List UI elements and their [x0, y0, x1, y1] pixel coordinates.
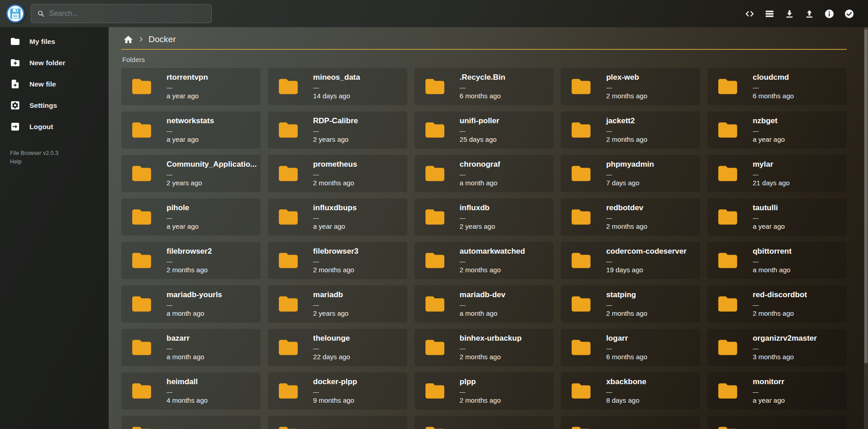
folder-icon — [129, 249, 154, 272]
folder-name: tautulli — [753, 203, 785, 212]
select-multiple-button[interactable] — [841, 5, 857, 22]
folder-card-text: binhex-urbackup—2 months ago — [460, 334, 522, 361]
folder-card[interactable]: plpp—2 months ago — [415, 372, 554, 410]
folder-card-text: .Recycle.Bin—6 months ago — [460, 73, 506, 100]
folder-modified-time: 6 months ago — [606, 353, 647, 361]
folder-card[interactable]: docker-plpp—9 months ago — [268, 372, 407, 410]
download-icon — [784, 9, 795, 19]
home-icon[interactable] — [123, 34, 134, 45]
folder-card-text: xbackbone—8 days ago — [606, 377, 646, 404]
folder-name: phpmyadmin — [606, 160, 654, 169]
folder-card[interactable]: xbackbone—8 days ago — [561, 372, 700, 410]
folder-card[interactable]: networkstats—a year ago — [121, 111, 261, 149]
folder-card-text: phpmyadmin—7 days ago — [606, 160, 654, 187]
folder-card[interactable]: thelounge—22 days ago — [268, 329, 407, 366]
folder-name: prometheus — [313, 160, 357, 169]
folder-card[interactable]: rtorrentvpn—a year ago — [121, 68, 261, 105]
folder-card[interactable]: nzbget—a year ago — [707, 111, 847, 149]
list-view-button[interactable] — [761, 5, 777, 22]
folder-size: — — [606, 302, 647, 308]
folder-card[interactable]: mariadb—2 years ago — [268, 285, 407, 323]
upload-icon — [804, 9, 815, 19]
folder-card-text: mariadb—2 years ago — [313, 290, 348, 317]
new-folder-icon — [10, 58, 20, 68]
folder-card[interactable]: filebrowser3—2 months ago — [268, 242, 407, 279]
folder-card[interactable]: codercom-codeserver—19 days ago — [561, 242, 700, 279]
folder-card[interactable]: filebrowser2—2 months ago — [121, 242, 261, 279]
scrollbar-track[interactable] — [864, 27, 868, 429]
folder-modified-time: a month ago — [167, 310, 222, 318]
folder-card[interactable]: cloudcmd—6 months ago — [707, 68, 847, 105]
folder-card[interactable]: binhex-urbackup—2 months ago — [415, 329, 554, 366]
folder-card[interactable]: organizrv2master—3 months ago — [707, 329, 847, 366]
folder-icon — [423, 162, 447, 185]
folder-size: — — [313, 302, 348, 308]
folder-card-text: nzbget—a year ago — [753, 116, 785, 143]
folder-card[interactable]: redbotdev—2 months ago — [561, 198, 700, 236]
search-bar — [31, 4, 212, 23]
sidebar-item-logout[interactable]: Logout — [0, 116, 109, 137]
info-button[interactable] — [821, 5, 837, 22]
folder-modified-time: 2 months ago — [460, 397, 501, 405]
sidebar-item-new-file[interactable]: New file — [0, 73, 109, 95]
folder-card[interactable]: codimd — [707, 416, 847, 429]
folder-card[interactable]: plex-web—2 months ago — [561, 68, 700, 105]
app-logo[interactable] — [6, 5, 24, 23]
folder-icon — [569, 423, 593, 429]
folder-card[interactable]: RDP-Calibre—2 years ago — [268, 111, 407, 149]
folder-card[interactable]: heimdall—4 months ago — [121, 372, 261, 410]
folder-card-text: automarkwatched—2 months ago — [460, 247, 525, 274]
upload-button[interactable] — [801, 5, 817, 22]
folder-card-text: jackett2—2 months ago — [606, 116, 647, 143]
folder-card[interactable]: pihole—a year ago — [121, 198, 261, 236]
folder-size: — — [753, 389, 785, 395]
folder-card-text: qbittorrent—a month ago — [753, 247, 792, 274]
folder-card[interactable]: code-server — [121, 416, 261, 429]
folder-icon — [423, 423, 447, 429]
download-button[interactable] — [781, 5, 797, 22]
folder-name: influxdb — [460, 203, 495, 212]
sidebar-item-my-files[interactable]: My files — [0, 31, 109, 52]
folder-card[interactable]: influxdbups—a year ago — [268, 198, 407, 236]
folder-card-text: plpp—2 months ago — [460, 377, 501, 404]
folder-card[interactable]: mineos — [561, 416, 700, 429]
folder-name: unifi-poller — [460, 116, 500, 125]
floppy-disk-icon — [8, 6, 23, 21]
sidebar-item-new-folder[interactable]: New folder — [0, 52, 109, 73]
folder-card[interactable]: unifi-poller—25 days ago — [415, 111, 554, 149]
folder-card[interactable]: mylar—21 days ago — [707, 155, 847, 192]
folder-card[interactable]: prometheus—2 months ago — [268, 155, 407, 192]
folder-card[interactable]: phpmyadmin—7 days ago — [561, 155, 700, 192]
folder-size: — — [313, 128, 358, 134]
folder-card[interactable]: tautulli—a year ago — [707, 198, 847, 236]
folder-modified-time: 2 months ago — [606, 310, 647, 318]
help-link[interactable]: Help — [10, 158, 109, 166]
folder-card[interactable]: automarkwatched—2 months ago — [415, 242, 554, 279]
folder-card[interactable]: Community_Applicatio...—2 years ago — [121, 155, 261, 192]
folder-card[interactable]: statping—2 months ago — [561, 285, 700, 323]
folder-icon — [715, 336, 740, 359]
folder-card[interactable]: logarr—6 months ago — [561, 329, 700, 366]
folder-card[interactable]: mariadb-dev—a month ago — [415, 285, 554, 323]
folder-card[interactable]: influxdb—2 years ago — [415, 198, 554, 236]
folder-name: rtorrentvpn — [167, 73, 208, 82]
folder-card[interactable]: bazarr—a month ago — [121, 329, 261, 366]
code-view-button[interactable] — [741, 5, 758, 22]
folder-card[interactable]: jackett2—2 months ago — [561, 111, 700, 149]
folder-card[interactable]: monitorr—a year ago — [707, 372, 847, 410]
search-input[interactable] — [49, 10, 206, 18]
folder-card[interactable]: chronograf—a month ago — [415, 155, 554, 192]
folder-card[interactable]: mineos_data—14 days ago — [268, 68, 407, 105]
folder-card[interactable]: red-discordbot—2 months ago — [707, 285, 847, 323]
folder-card[interactable]: organizr — [268, 416, 407, 429]
folder-icon — [129, 423, 154, 429]
folder-modified-time: a year ago — [167, 92, 208, 100]
folder-card[interactable]: mariadb-yourls—a month ago — [121, 285, 261, 323]
folder-card[interactable]: minecraft — [415, 416, 554, 429]
sidebar-item-settings[interactable]: Settings — [0, 95, 109, 116]
folder-icon — [569, 249, 593, 272]
folder-card[interactable]: qbittorrent—a month ago — [707, 242, 847, 279]
breadcrumb-current[interactable]: Docker — [148, 34, 176, 44]
scrollbar-thumb[interactable] — [864, 29, 868, 363]
folder-card[interactable]: .Recycle.Bin—6 months ago — [415, 68, 554, 105]
